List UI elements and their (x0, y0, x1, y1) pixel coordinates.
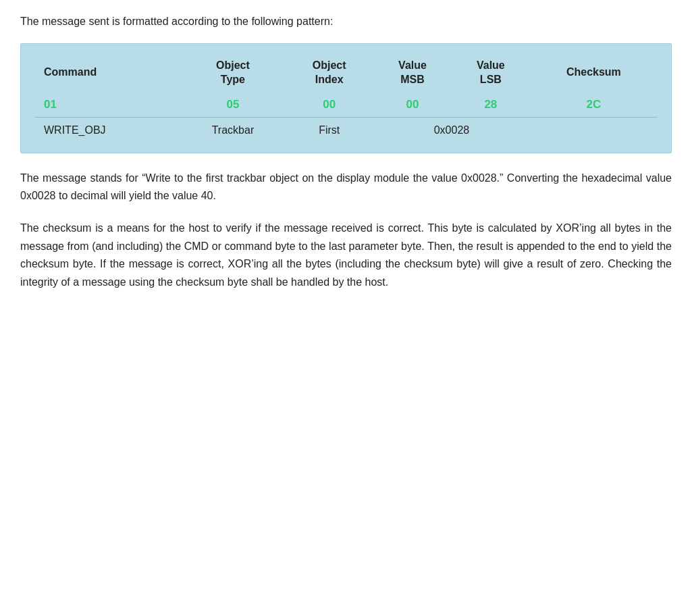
message-format-table-container: Command Object Type Object Index Value M… (20, 43, 672, 153)
cell-hex-value-lsb: 28 (452, 93, 530, 118)
cell-label-object-type: Trackbar (181, 117, 286, 142)
header-value-lsb: Value LSB (452, 51, 530, 93)
table-header-row: Command Object Type Object Index Value M… (34, 51, 658, 93)
table-hex-row: 01 05 00 00 28 2C (34, 93, 658, 118)
intro-paragraph: The message sent is formatted according … (20, 14, 672, 30)
header-value-msb: Value MSB (373, 51, 452, 93)
paragraph-1: The message stands for “Write to the fir… (20, 170, 672, 205)
header-command: Command (34, 51, 181, 93)
table-label-row: WRITE_OBJ Trackbar First 0x0028 (34, 117, 658, 142)
header-object-index: Object Index (285, 51, 373, 93)
cell-hex-object-index: 00 (285, 93, 373, 118)
cell-label-value-combined: 0x0028 (373, 117, 530, 142)
paragraph-2: The checksum is a means for the host to … (20, 220, 672, 291)
cell-label-checksum (530, 117, 658, 142)
cell-label-command: WRITE_OBJ (34, 117, 181, 142)
cell-hex-command: 01 (34, 93, 181, 118)
header-checksum: Checksum (530, 51, 658, 93)
cell-hex-value-msb: 00 (373, 93, 452, 118)
cell-hex-checksum: 2C (530, 93, 658, 118)
cell-label-object-index: First (285, 117, 373, 142)
header-object-type: Object Type (181, 51, 286, 93)
message-format-table: Command Object Type Object Index Value M… (34, 51, 658, 142)
cell-hex-object-type: 05 (181, 93, 286, 118)
